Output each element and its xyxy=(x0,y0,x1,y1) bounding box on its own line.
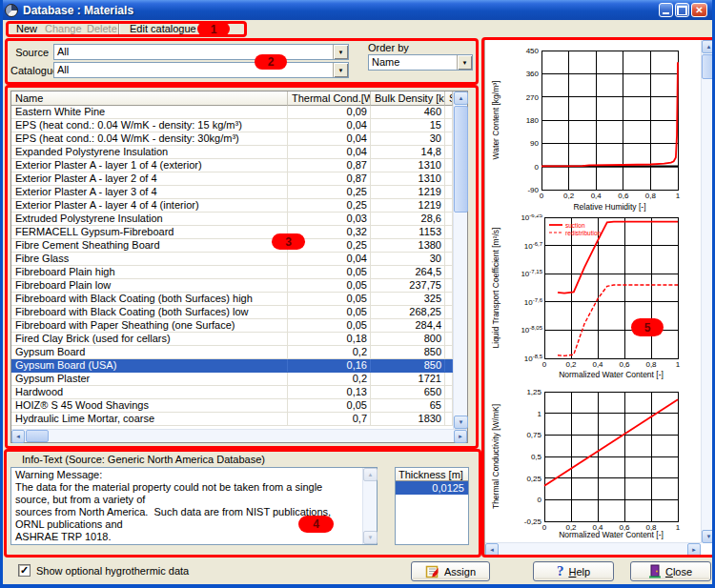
table-row[interactable]: FERMACELL Gypsum-Fibreboard0,321153 xyxy=(11,226,453,239)
table-row[interactable]: EPS (heat cond.: 0.04 W/mK - density: 30… xyxy=(11,132,453,146)
charts-scroll-right-icon[interactable]: ► xyxy=(687,543,701,557)
table-cell xyxy=(445,359,453,372)
catalogue-combo-value: All xyxy=(54,63,333,77)
info-scroll-up-icon[interactable]: ▲ xyxy=(363,468,378,481)
charts-scroll-up-icon[interactable]: ▲ xyxy=(702,40,715,53)
charts-scroll-left-icon[interactable]: ◄ xyxy=(485,543,499,557)
svg-text:10-6,25: 10-6,25 xyxy=(521,214,542,222)
svg-text:0,5: 0,5 xyxy=(531,453,542,461)
table-row[interactable]: Fibreboard Plain high0,05264,5 xyxy=(11,266,453,279)
table-cell: Fibreboard Plain low xyxy=(11,279,288,292)
menu-new[interactable]: New xyxy=(16,23,37,34)
order-by-combo-arrow-icon[interactable]: ▼ xyxy=(457,55,472,70)
table-cell: 30 xyxy=(371,132,445,145)
table-cell: 0,2 xyxy=(288,346,371,358)
table-row[interactable]: Gypsum Board0,2850 xyxy=(11,346,453,359)
table-row[interactable]: Fibre Cement Sheathing Board0,251380 xyxy=(11,239,453,253)
maximize-button[interactable] xyxy=(675,3,689,17)
source-combo-arrow-icon[interactable]: ▼ xyxy=(333,45,348,59)
table-row[interactable]: Fired Clay Brick (used for cellars)0,188… xyxy=(11,333,453,346)
info-scroll-down-icon[interactable]: ▼ xyxy=(363,531,378,544)
table-cell: 850 xyxy=(371,359,445,372)
charts-horizontal-scrollbar[interactable]: ◄ ► xyxy=(485,542,701,556)
table-cell: 325 xyxy=(371,293,445,305)
svg-text:Relative Humidity [-]: Relative Humidity [-] xyxy=(573,202,645,212)
table-cell: 0,03 xyxy=(288,213,371,225)
minimize-button[interactable] xyxy=(659,3,673,17)
table-row[interactable]: Extruded Polystyrene Insulation0,0328,6 xyxy=(11,213,453,226)
table-row[interactable]: Exterior Plaster A - layer 2 of 40,87131… xyxy=(11,172,453,186)
table-cell: Exterior Plaster A - layer 1 of 4 (exter… xyxy=(11,159,288,172)
svg-text:0,8: 0,8 xyxy=(645,360,657,369)
table-cell: 0,25 xyxy=(288,186,371,198)
table-header-row: Name Thermal Cond.[W/mK] Bulk Density [k… xyxy=(11,91,453,106)
table-row[interactable]: HOIZ® S 45 Wood Shavings0,0565 xyxy=(11,399,453,413)
table-row[interactable]: Exterior Plaster A - layer 1 of 4 (exter… xyxy=(11,159,453,172)
catalogue-combo-arrow-icon[interactable]: ▼ xyxy=(333,63,348,77)
column-header-sp[interactable]: Sp xyxy=(445,91,453,106)
annotation-badge-5: 5 xyxy=(631,318,664,336)
door-icon xyxy=(649,564,661,578)
svg-text:450: 450 xyxy=(526,47,540,55)
close-window-button[interactable]: ✕ xyxy=(691,3,707,17)
table-vertical-scrollbar[interactable]: ▲ ▼ xyxy=(453,91,467,429)
charts-vscroll-thumb[interactable] xyxy=(702,54,715,79)
assign-button-label: Assign xyxy=(444,566,476,578)
table-row[interactable]: Fibreboard with Black Coating (both Surf… xyxy=(11,293,453,306)
order-by-combo-value: Name xyxy=(369,55,457,70)
table-row[interactable]: Gypsum Plaster0,21721 xyxy=(11,373,453,386)
table-row[interactable]: Fibre Glass0,0430 xyxy=(11,253,453,266)
source-label: Source xyxy=(10,47,49,58)
column-header-thermal-cond[interactable]: Thermal Cond.[W/mK] xyxy=(288,91,371,106)
table-hscroll-thumb[interactable] xyxy=(26,430,49,442)
table-row[interactable]: Expanded Polystyrene Insulation0,0414,8 xyxy=(11,146,453,159)
table-cell xyxy=(445,106,453,118)
info-vertical-scrollbar[interactable]: ▲ ▼ xyxy=(362,468,377,544)
info-textarea[interactable]: Warning Message: The data for the materi… xyxy=(10,467,378,545)
assign-button[interactable]: Assign xyxy=(411,561,490,581)
column-header-bulk-density[interactable]: Bulk Density [kg/m³] xyxy=(371,91,445,106)
table-row[interactable]: EPS (heat cond.: 0.04 W/mK - density: 15… xyxy=(11,119,453,132)
table-cell xyxy=(445,119,453,132)
table-vscroll-thumb[interactable] xyxy=(454,106,468,213)
table-row[interactable]: Hydraulic Lime Mortar, coarse0,71830 xyxy=(11,413,453,426)
show-optional-hygrothermic-checkbox[interactable]: ✓ xyxy=(18,564,31,577)
order-by-combo[interactable]: Name ▼ xyxy=(368,54,473,71)
table-row[interactable]: Fibreboard with Black Coating (both Surf… xyxy=(11,306,453,319)
table-cell xyxy=(445,346,453,358)
column-header-name[interactable]: Name xyxy=(11,91,288,106)
table-row[interactable]: Gypsum Board (USA)0,16850 xyxy=(11,359,453,373)
table-cell xyxy=(445,373,453,385)
scroll-down-icon[interactable]: ▼ xyxy=(454,416,468,429)
table-row[interactable]: Fibreboard Plain low0,05237,75 xyxy=(11,279,453,293)
table-row[interactable]: Fibreboard with Paper Sheathing (one Sur… xyxy=(11,319,453,333)
table-cell: 0,18 xyxy=(288,333,371,345)
table-cell: 65 xyxy=(371,399,445,412)
table-cell: 0,04 xyxy=(288,253,371,265)
scroll-left-icon[interactable]: ◄ xyxy=(11,430,25,443)
svg-text:0,6: 0,6 xyxy=(618,192,629,200)
annotation-badge-3: 3 xyxy=(272,233,305,250)
table-horizontal-scrollbar[interactable]: ◄ ► xyxy=(11,429,467,442)
table-cell xyxy=(445,319,453,332)
close-button[interactable]: Close xyxy=(630,561,711,581)
help-button[interactable]: ? Help xyxy=(533,561,614,581)
table-row[interactable]: Exterior Plaster A - layer 3 of 40,25121… xyxy=(11,186,453,199)
table-row[interactable]: Hardwood0,13650 xyxy=(11,386,453,399)
charts-vertical-scrollbar[interactable]: ▲ ▼ xyxy=(701,40,715,543)
menu-edit-catalogue[interactable]: Edit catalogue xyxy=(130,23,196,34)
scroll-up-icon[interactable]: ▲ xyxy=(454,91,468,105)
scroll-right-icon[interactable]: ► xyxy=(454,430,467,443)
table-row[interactable]: Exterior Plaster A - layer 4 of 4 (inter… xyxy=(11,199,453,213)
thickness-value[interactable]: 0,0125 xyxy=(396,481,468,495)
table-cell: Extruded Polystyrene Insulation xyxy=(11,213,288,225)
catalogue-combo[interactable]: All ▼ xyxy=(53,62,349,78)
table-cell xyxy=(445,306,453,318)
table-cell: 0,87 xyxy=(288,172,371,185)
svg-text:0,25: 0,25 xyxy=(526,475,541,483)
source-combo[interactable]: All ▼ xyxy=(53,44,349,60)
charts-scroll-down-icon[interactable]: ▼ xyxy=(702,530,715,543)
annotation-badge-2: 2 xyxy=(255,54,287,70)
svg-text:270: 270 xyxy=(526,93,540,102)
table-row[interactable]: Eastern White Pine0,09460 xyxy=(11,106,453,119)
